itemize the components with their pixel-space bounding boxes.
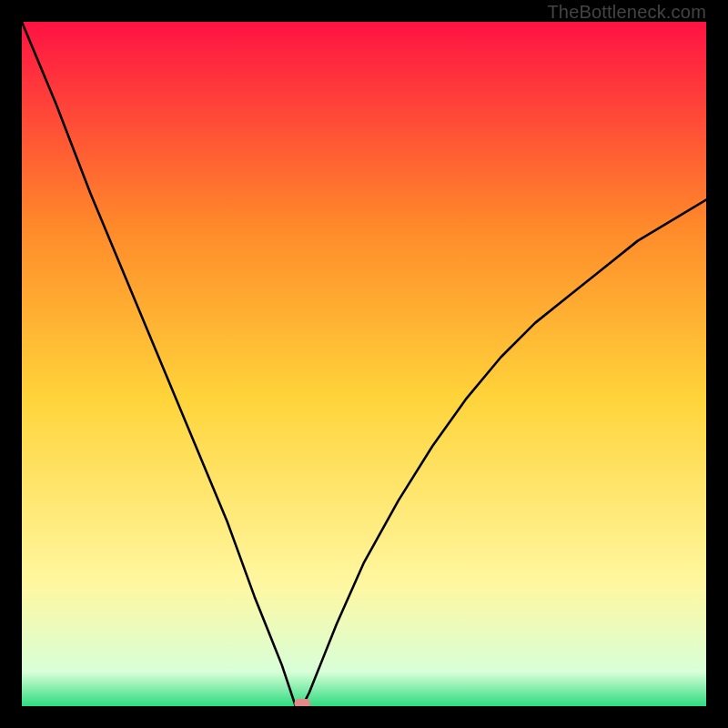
gradient-background [22,22,706,706]
plot-frame [22,22,706,706]
bottleneck-chart-svg [22,22,706,706]
chart-container: TheBottleneck.com [0,0,728,728]
min-marker [294,699,310,706]
watermark-text: TheBottleneck.com [547,2,706,23]
